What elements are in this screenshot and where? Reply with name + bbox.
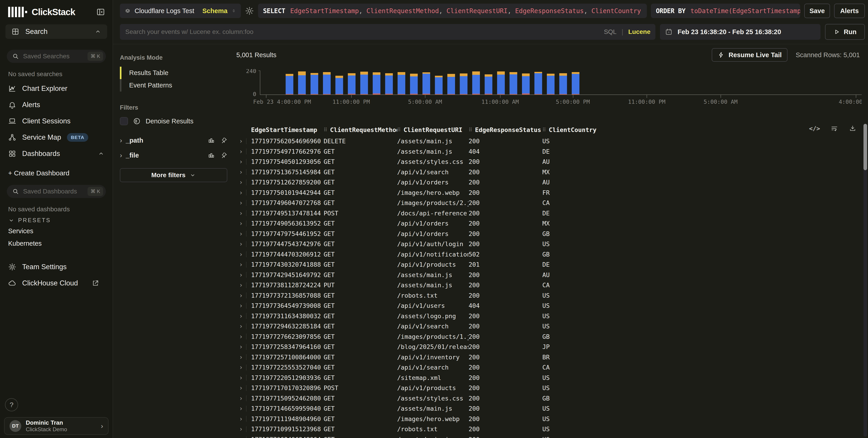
more-filters-button[interactable]: More filters	[120, 168, 227, 182]
table-row[interactable]: ›1771977364549739008GET/api/v1/users404U…	[236, 301, 868, 311]
histogram-bar[interactable]	[323, 72, 331, 95]
mode-results-table[interactable]: Results Table	[120, 67, 227, 79]
expand-row-icon[interactable]: ›	[236, 168, 251, 176]
histogram-bar[interactable]	[385, 73, 393, 95]
bar-chart-icon[interactable]	[208, 137, 215, 144]
expand-row-icon[interactable]: ›	[236, 312, 251, 320]
saved-searches-input[interactable]: ⌘ K	[7, 50, 106, 63]
table-row[interactable]: ›1771977372136857088GET/robots.txt200US	[236, 291, 868, 301]
column-header[interactable]: ⠿ClientRequestMethod	[323, 126, 397, 133]
saved-dashboards-input[interactable]: ⌘ K	[7, 185, 106, 198]
pin-icon[interactable]	[220, 152, 227, 159]
histogram-bar[interactable]	[485, 74, 492, 95]
table-row[interactable]: ›1771977225553527040GET/api/v1/search200…	[236, 362, 868, 373]
lang-toggle-lucene[interactable]: Lucene	[628, 28, 650, 35]
expand-row-icon[interactable]: ›	[236, 364, 251, 371]
sidebar-item-clickhouse-cloud[interactable]: ClickHouse Cloud	[0, 275, 113, 291]
table-row[interactable]: ›1771977146659959040GET/assets/main.js20…	[236, 403, 868, 414]
expand-row-icon[interactable]: ›	[236, 230, 251, 238]
table-row[interactable]: ›1771977562054696960DELETE/assets/main.j…	[236, 136, 868, 146]
saved-searches-field[interactable]	[23, 53, 84, 60]
sidebar-item-team-settings[interactable]: Team Settings	[0, 259, 113, 275]
histogram-bar[interactable]	[435, 76, 443, 95]
expand-row-icon[interactable]: ›	[236, 425, 251, 433]
alerts-button[interactable]: Alerts	[834, 4, 865, 18]
expand-row-icon[interactable]: ›	[236, 137, 251, 145]
sidebar-item-alerts[interactable]: Alerts	[0, 97, 113, 113]
sidebar-item-dashboards[interactable]: Dashboards	[0, 145, 113, 162]
expand-row-icon[interactable]: ›	[236, 415, 251, 423]
table-row[interactable]: ›1771977381128724224PUT/assets/main.js20…	[236, 280, 868, 291]
column-header[interactable]: ⠿ClientRequestURI	[397, 126, 469, 133]
wrap-lines-icon[interactable]	[831, 125, 838, 132]
view-source-icon[interactable]: </>	[809, 125, 820, 132]
bar-chart-icon[interactable]	[208, 152, 215, 159]
expand-row-icon[interactable]: ›	[236, 148, 251, 155]
expand-row-icon[interactable]: ›	[236, 189, 251, 196]
expand-row-icon[interactable]: ›	[236, 333, 251, 340]
source-selector[interactable]: Cloudflare Logs Test Schema	[120, 4, 241, 18]
expand-row-icon[interactable]: ›	[236, 405, 251, 412]
denoise-results-row[interactable]: Denoise Results	[120, 117, 227, 125]
expand-row-icon[interactable]: ›	[236, 209, 251, 217]
table-row[interactable]: ›1771977311634380032GET/assets/logo.png2…	[236, 311, 868, 322]
saved-dashboards-field[interactable]	[23, 188, 84, 195]
query-settings-gear-icon[interactable]	[245, 6, 254, 15]
collapse-sidebar-icon[interactable]	[96, 8, 105, 16]
column-header[interactable]: ⠿EdgeResponseStatus	[469, 126, 542, 133]
sidebar-item-services[interactable]: Services	[0, 225, 113, 237]
table-row[interactable]: ›1771977444703206912GET/api/v1/notificat…	[236, 249, 868, 260]
histogram-bar[interactable]	[286, 74, 293, 95]
create-dashboard-button[interactable]: + Create Dashboard	[0, 165, 113, 181]
table-row[interactable]: ›1771977109915123968GET/robots.txt200US	[236, 424, 868, 434]
expand-row-icon[interactable]: ›	[236, 395, 251, 402]
histogram-bar[interactable]	[559, 73, 567, 95]
expand-row-icon[interactable]: ›	[236, 384, 251, 392]
table-row[interactable]: ›1771977430320741888GET/api/v1/products2…	[236, 260, 868, 270]
table-row[interactable]: ›1771977276623097856GET/images/products/…	[236, 332, 868, 342]
table-row[interactable]: ›1771977495137478144POST/docs/api-refere…	[236, 208, 868, 218]
expand-row-icon[interactable]: ›	[236, 323, 251, 330]
table-row[interactable]: ›1771977513675145984GET/api/v1/search200…	[236, 167, 868, 177]
table-row[interactable]: ›1771977063496248064GET/assets/main.js20…	[236, 434, 868, 438]
table-row[interactable]: ›1771977258347964160GET/blog/2025/01/rel…	[236, 342, 868, 352]
user-menu[interactable]: DT Dominic Tran ClickStack Demo ›	[4, 417, 108, 435]
expand-row-icon[interactable]: ›	[236, 178, 251, 186]
table-row[interactable]: ›1771977294632285184GET/api/v1/search200…	[236, 321, 868, 332]
histogram-bar[interactable]	[348, 73, 355, 95]
histogram-bar[interactable]	[335, 76, 343, 95]
table-row[interactable]: ›1771977496047072768GET/images/products/…	[236, 198, 868, 208]
table-row[interactable]: ›1771977150952462080GET/assets/styles.cs…	[236, 393, 868, 404]
schema-toggle[interactable]: Schema	[203, 7, 227, 15]
run-button[interactable]: Run	[825, 24, 865, 40]
sidebar-item-chart-explorer[interactable]: Chart Explorer	[0, 80, 113, 97]
expand-row-icon[interactable]: ›	[236, 261, 251, 268]
presets-toggle[interactable]: PRESETS	[0, 214, 113, 225]
table-row[interactable]: ›1771977257100864000GET/api/v1/inventory…	[236, 352, 868, 363]
download-icon[interactable]	[849, 125, 856, 132]
expand-row-icon[interactable]: ›	[236, 292, 251, 299]
filter-field-path[interactable]: › _path	[120, 133, 227, 148]
expand-row-icon[interactable]: ›	[236, 302, 251, 309]
table-row[interactable]: ›1771977540501293056GET/assets/styles.cs…	[236, 157, 868, 167]
sidebar-item-service-map[interactable]: Service Map BETA	[0, 129, 113, 145]
mode-event-patterns[interactable]: Event Patterns	[120, 79, 227, 92]
table-row[interactable]: ›1771977479754461952GET/api/v1/orders200…	[236, 229, 868, 239]
table-row[interactable]: ›1771977220512903936GET/sitemap.xml200US	[236, 373, 868, 383]
column-header[interactable]: EdgeStartTimestamp	[251, 126, 323, 133]
event-search-box[interactable]: SQL | Lucene	[120, 24, 655, 40]
histogram-bar[interactable]	[572, 72, 580, 95]
expand-row-icon[interactable]: ›	[236, 271, 251, 279]
histogram-bar[interactable]	[472, 71, 480, 95]
histogram-bar[interactable]	[497, 71, 505, 95]
expand-row-icon[interactable]: ›	[236, 353, 251, 361]
table-scrollbar[interactable]	[864, 124, 867, 437]
histogram-bar[interactable]	[522, 73, 530, 95]
sidebar-item-client-sessions[interactable]: Client Sessions	[0, 113, 113, 129]
expand-row-icon[interactable]: ›	[236, 220, 251, 227]
histogram-bar[interactable]	[311, 73, 318, 95]
histogram-bar[interactable]	[547, 74, 555, 95]
drag-handle-icon[interactable]: ⠿	[323, 127, 327, 133]
help-button[interactable]: ?	[5, 398, 18, 411]
histogram-bar[interactable]	[373, 72, 380, 95]
